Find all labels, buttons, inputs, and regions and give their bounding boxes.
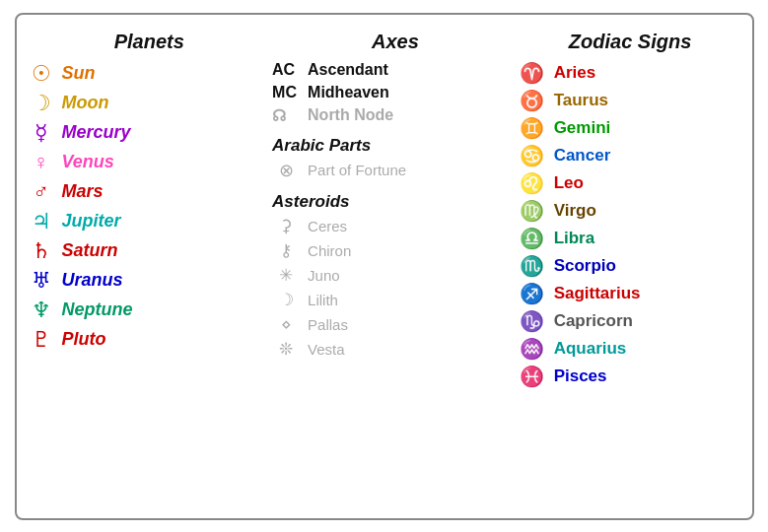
arabic-symbol: ⊗	[272, 160, 300, 181]
asteroid-row: ⚳Ceres	[272, 216, 519, 236]
zodiac-name: Cancer	[554, 146, 611, 166]
zodiac-symbol: ♏	[519, 254, 546, 278]
zodiac-row: ♈Aries	[519, 61, 742, 85]
axis-name: Midheaven	[308, 84, 389, 101]
zodiac-symbol: ♎	[519, 227, 546, 250]
axes-header: Axes	[272, 31, 519, 53]
zodiac-symbol: ♒	[519, 337, 546, 361]
asteroid-symbol: ❊	[272, 339, 300, 360]
axis-row: ☊North Node	[272, 106, 519, 125]
asteroid-symbol: ⚳	[272, 216, 300, 236]
zodiac-name: Libra	[554, 229, 595, 248]
zodiac-symbol: ♍	[519, 199, 546, 223]
planet-name: Saturn	[62, 240, 118, 261]
axis-name: Ascendant	[308, 61, 388, 79]
zodiac-row: ♋Cancer	[519, 144, 742, 167]
zodiac-name: Aries	[554, 63, 596, 83]
zodiac-name: Capricorn	[554, 311, 633, 331]
planet-row: ☿Mercury	[27, 120, 273, 146]
arabic-parts-header: Arabic Parts	[272, 136, 519, 156]
asteroid-symbol: ☽	[272, 290, 300, 310]
planet-row: ☽Moon	[27, 91, 273, 116]
zodiac-symbol: ♓	[519, 365, 546, 388]
asteroid-name: Pallas	[308, 316, 348, 333]
zodiac-header: Zodiac Signs	[519, 31, 742, 53]
planet-name: Uranus	[62, 270, 123, 291]
zodiac-list: ♈Aries♉Taurus♊Gemini♋Cancer♌Leo♍Virgo♎Li…	[519, 61, 742, 392]
arabic-name: Part of Fortune	[308, 162, 406, 178]
planet-symbol: ☿	[27, 120, 56, 146]
planet-row: ♇Pluto	[27, 327, 273, 353]
zodiac-row: ♊Gemini	[519, 116, 742, 140]
planet-symbol: ♅	[27, 268, 56, 294]
zodiac-symbol: ♉	[519, 89, 546, 112]
asteroid-symbol: ✳	[272, 265, 300, 286]
asteroid-name: Lilith	[308, 292, 338, 308]
arabic-row: ⊗Part of Fortune	[272, 160, 519, 181]
zodiac-name: Taurus	[554, 91, 608, 110]
planet-name: Pluto	[62, 329, 106, 350]
planet-symbol: ♇	[27, 327, 56, 353]
asteroid-symbol: ⋄	[272, 314, 300, 335]
zodiac-row: ♐Sagittarius	[519, 282, 742, 305]
asteroids-header: Asteroids	[272, 192, 519, 212]
planet-name: Neptune	[62, 299, 133, 320]
zodiac-name: Scorpio	[554, 256, 616, 276]
planet-row: ♀Venus	[27, 150, 273, 175]
planet-symbol: ♄	[27, 238, 56, 264]
asteroids-list: ⚳Ceres⚷Chiron✳Juno☽Lilith⋄Pallas❊Vesta	[272, 216, 519, 364]
planet-name: Jupiter	[62, 211, 121, 232]
asteroid-row: ❊Vesta	[272, 339, 519, 360]
planets-list: ☉Sun☽Moon☿Mercury♀Venus♂Mars♃Jupiter♄Sat…	[27, 61, 273, 357]
planet-symbol: ♀	[27, 150, 56, 175]
zodiac-row: ♏Scorpio	[519, 254, 742, 278]
zodiac-row: ♎Libra	[519, 227, 742, 250]
planet-row: ♅Uranus	[27, 268, 273, 294]
main-card: Planets ☉Sun☽Moon☿Mercury♀Venus♂Mars♃Jup…	[15, 13, 754, 520]
axis-row: MCMidheaven	[272, 84, 519, 101]
zodiac-symbol: ♈	[519, 61, 546, 85]
zodiac-row: ♑Capricorn	[519, 309, 742, 333]
planet-symbol: ♂	[27, 179, 56, 205]
axes-column: Axes ACAscendantMCMidheaven☊North Node A…	[272, 31, 519, 508]
planet-symbol: ☉	[27, 61, 56, 87]
planet-row: ♄Saturn	[27, 238, 273, 264]
zodiac-symbol: ♊	[519, 116, 546, 140]
asteroid-name: Juno	[308, 267, 340, 284]
zodiac-name: Pisces	[554, 366, 607, 386]
zodiac-row: ♓Pisces	[519, 365, 742, 388]
zodiac-name: Sagittarius	[554, 284, 641, 303]
planet-symbol: ☽	[27, 91, 56, 116]
zodiac-row: ♒Aquarius	[519, 337, 742, 361]
asteroid-row: ⋄Pallas	[272, 314, 519, 335]
zodiac-name: Virgo	[554, 201, 596, 221]
zodiac-symbol: ♑	[519, 309, 546, 333]
arabic-list: ⊗Part of Fortune	[272, 160, 519, 186]
axis-row: ACAscendant	[272, 61, 519, 79]
planet-name: Mars	[62, 181, 104, 202]
planet-row: ♃Jupiter	[27, 209, 273, 234]
asteroid-name: Ceres	[308, 218, 347, 234]
planet-name: Moon	[62, 93, 109, 113]
asteroid-row: ✳Juno	[272, 265, 519, 286]
asteroid-symbol: ⚷	[272, 240, 300, 261]
planet-row: ☉Sun	[27, 61, 273, 87]
planet-row: ♆Neptune	[27, 298, 273, 323]
planets-header: Planets	[27, 31, 273, 53]
zodiac-row: ♌Leo	[519, 171, 742, 195]
planet-symbol: ♆	[27, 298, 56, 323]
zodiac-name: Leo	[554, 173, 584, 193]
zodiac-row: ♍Virgo	[519, 199, 742, 223]
zodiac-symbol: ♋	[519, 144, 546, 167]
zodiac-column: Zodiac Signs ♈Aries♉Taurus♊Gemini♋Cancer…	[519, 31, 742, 508]
planet-symbol: ♃	[27, 209, 56, 234]
zodiac-symbol: ♌	[519, 171, 546, 195]
zodiac-name: Aquarius	[554, 339, 627, 359]
zodiac-name: Gemini	[554, 118, 611, 138]
asteroid-name: Chiron	[308, 242, 351, 259]
asteroid-row: ⚷Chiron	[272, 240, 519, 261]
asteroid-name: Vesta	[308, 341, 345, 358]
axis-symbol: AC	[272, 61, 300, 79]
planets-column: Planets ☉Sun☽Moon☿Mercury♀Venus♂Mars♃Jup…	[27, 31, 273, 508]
planet-row: ♂Mars	[27, 179, 273, 205]
